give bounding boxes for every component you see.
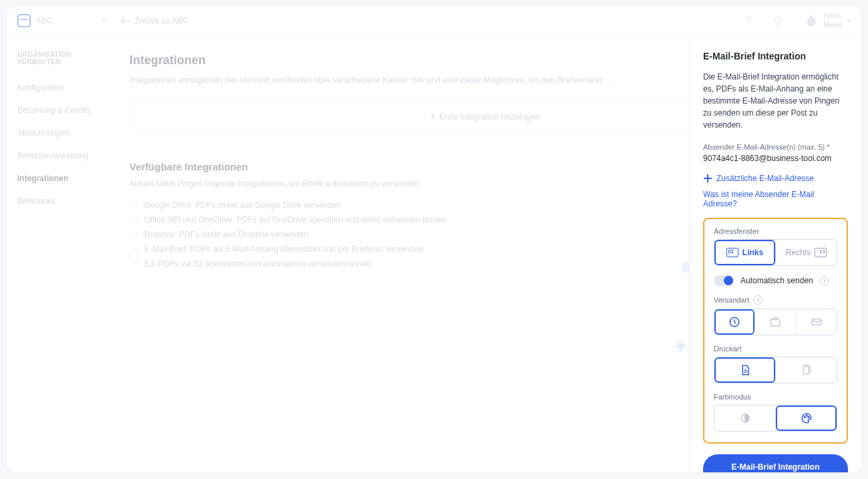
plus-icon: + xyxy=(430,111,435,122)
add-first-label: Erste Integration hinzufügen xyxy=(439,112,539,122)
briefcase-icon xyxy=(769,316,781,328)
arrow-left-icon xyxy=(122,20,131,21)
sidebar-item-users[interactable]: Benutzerverwaltung xyxy=(17,144,97,167)
address-left-option[interactable]: Links xyxy=(714,240,776,265)
what-is-sender-link[interactable]: Was ist meine Absender E-Mail Adresse? xyxy=(703,190,848,208)
sender-label: Absender E-Mail-Adresse(n) (max. 5) * xyxy=(703,143,848,151)
topbar: ABC ▾ Zurück zu ABC ? Hans Meier ▾ xyxy=(7,7,861,35)
color-mode-segment xyxy=(714,405,837,432)
add-email-label: Zusätzliche E-Mail-Adresse xyxy=(716,174,814,183)
envelope-icon xyxy=(17,14,31,27)
color-mode-label: Farbmodus xyxy=(714,393,837,401)
dropbox-icon: ◈ xyxy=(674,335,686,354)
sidebar-item-webhooks[interactable]: Webhooks xyxy=(17,190,97,212)
left-label: Links xyxy=(742,248,763,257)
user-menu[interactable]: Hans Meier ▾ xyxy=(797,11,851,29)
submit-button[interactable]: E-Mail-Brief Integration hinzufügen xyxy=(703,454,848,472)
address-window-label: Adressfenster xyxy=(714,227,837,235)
palette-bw-icon xyxy=(739,412,751,424)
auto-send-label: Automatisch senden xyxy=(740,276,813,285)
address-window-segment: Links Rechts xyxy=(714,239,837,266)
sidebar-item-config[interactable]: Konfiguration xyxy=(17,76,97,99)
right-label: Rechts xyxy=(786,248,811,257)
plus-icon xyxy=(703,174,712,183)
print-type-segment xyxy=(714,357,837,383)
shipping-registered-option[interactable] xyxy=(797,309,837,335)
integration-drawer: E-Mail-Brief Integration Die E-Mail-Brie… xyxy=(689,35,861,472)
svg-rect-1 xyxy=(771,319,781,326)
what-is-label: Was ist meine Absender E-Mail Adresse? xyxy=(703,190,848,208)
shipping-priority-option[interactable] xyxy=(755,309,796,335)
settings-highlight-box: Adressfenster Links Rechts Automatisch s… xyxy=(703,218,848,444)
window-right-icon xyxy=(815,248,827,257)
shipping-type-segment xyxy=(714,309,837,335)
sidebar-item-integrations[interactable]: Integrationen xyxy=(17,167,97,190)
info-icon[interactable]: i xyxy=(820,276,829,285)
clock-icon xyxy=(728,316,740,328)
leaf-icon xyxy=(805,14,818,27)
palette-color-icon xyxy=(801,412,813,424)
mail-icon xyxy=(811,316,823,328)
add-email-link[interactable]: Zusätzliche E-Mail-Adresse xyxy=(703,174,848,183)
user-last: Meier xyxy=(823,21,842,29)
window-left-icon xyxy=(726,248,738,257)
sidebar-item-invoices[interactable]: Abrechnungen xyxy=(17,122,97,144)
chevron-down-icon: ▾ xyxy=(847,17,851,24)
shipping-economy-option[interactable] xyxy=(714,309,755,335)
user-first: Hans xyxy=(823,11,842,20)
help-icon[interactable]: ? xyxy=(738,10,759,31)
chevron-down-icon: ▾ xyxy=(102,17,105,24)
bell-icon[interactable] xyxy=(767,10,789,31)
svg-point-4 xyxy=(804,417,805,418)
sender-email-value: 9074a4c1-8863@business-tool.com xyxy=(703,154,848,163)
drawer-description: Die E-Mail-Brief Integration ermöglicht … xyxy=(703,71,848,131)
page-double-icon xyxy=(801,364,813,376)
info-icon[interactable]: i xyxy=(753,295,763,305)
print-simplex-option[interactable] xyxy=(714,357,776,383)
back-link[interactable]: Zurück zu ABC xyxy=(122,16,188,25)
drawer-title: E-Mail-Brief Integration xyxy=(703,51,848,61)
svg-point-5 xyxy=(806,415,807,416)
address-right-option[interactable]: Rechts xyxy=(776,240,837,265)
back-label: Zurück zu ABC xyxy=(135,16,188,25)
sidebar: ORGANISATION VERWALTEN Konfiguration Bez… xyxy=(7,35,108,472)
org-switcher[interactable]: ABC ▾ xyxy=(17,14,105,27)
color-color-option[interactable] xyxy=(776,406,837,431)
org-name: ABC xyxy=(36,16,53,25)
shipping-type-label: Versandart i xyxy=(714,295,837,305)
sidebar-item-payment[interactable]: Bezahlung & Credits xyxy=(17,99,97,122)
auto-send-row: Automatisch senden i xyxy=(714,275,837,286)
sidebar-heading: ORGANISATION VERWALTEN xyxy=(17,51,97,65)
print-duplex-option[interactable] xyxy=(776,357,837,383)
print-type-label: Druckart xyxy=(714,345,837,353)
page-single-icon xyxy=(739,364,751,376)
auto-send-toggle[interactable] xyxy=(714,275,734,286)
color-bw-option[interactable] xyxy=(714,406,776,431)
svg-point-6 xyxy=(808,417,809,418)
